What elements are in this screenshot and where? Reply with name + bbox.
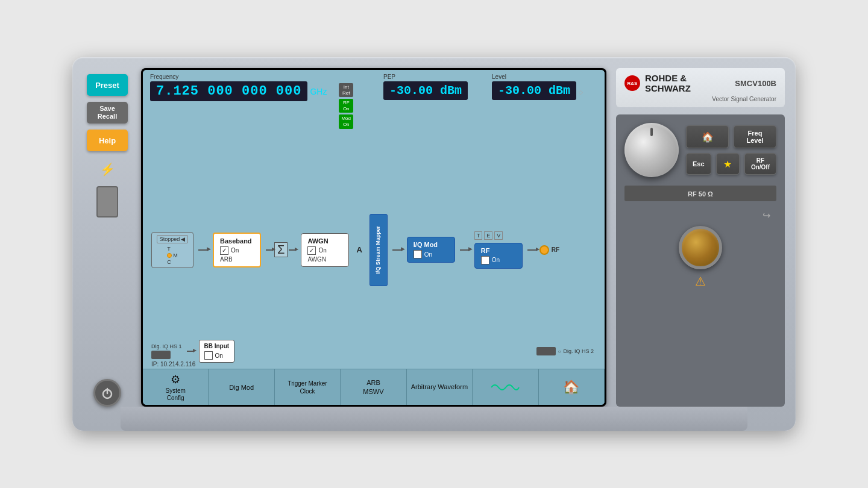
- int-ref-badge: IntRef: [339, 83, 353, 97]
- rf-on-off-button[interactable]: RFOn/Off: [744, 153, 776, 175]
- wave-svg: [490, 380, 520, 395]
- bb-input-block[interactable]: BB Input On: [199, 340, 235, 363]
- t-label: T: [474, 231, 483, 240]
- tmc-m-row: M: [167, 252, 178, 258]
- device-type: Vector Signal Generator: [624, 96, 776, 102]
- warning-icon: ⚠: [695, 274, 706, 289]
- bottom-flow: Dig. IQ HS 1 ▶ BB Input On: [151, 340, 234, 363]
- menu-trigger-marker-clock[interactable]: Trigger MarkerClock: [275, 369, 341, 405]
- stream-mapper-label: I/Q Stream Mapper: [375, 226, 382, 274]
- v-label: V: [494, 231, 503, 240]
- model-name: SMCV100B: [735, 79, 776, 88]
- baseband-on-row: ✓ On: [220, 246, 239, 255]
- knob-row: 🏠 FreqLevel Esc ★ RFOn/Off: [624, 123, 776, 177]
- arrow-3: ▶: [289, 249, 296, 251]
- dig-iq-hs1-label: Dig. IQ HS 1: [151, 343, 182, 349]
- rf-connector-section: ↪ ⚠: [624, 210, 776, 289]
- baseband-block[interactable]: Baseband ✓ On ARB: [213, 233, 261, 267]
- star-button[interactable]: ★: [716, 153, 740, 175]
- baseband-arb: ARB: [220, 256, 233, 263]
- dig-iq-hs2-text: Dig. IQ HS 2: [563, 348, 594, 354]
- rf-label-bar: RF 50 Ω: [624, 186, 776, 201]
- iq-mod-group: I/Q Mod ✓ On: [407, 237, 455, 263]
- sum-symbol: Σ: [274, 242, 288, 257]
- stopped-label: Stopped ◀: [157, 235, 189, 243]
- power-button[interactable]: [93, 379, 121, 407]
- main-knob[interactable]: [624, 123, 679, 177]
- frequency-unit: GHz: [310, 87, 327, 96]
- rf-on-row: ✓ On: [481, 256, 500, 264]
- status-bar: Frequency 7.125 000 000 000 GHz IntRef R…: [143, 70, 605, 131]
- brand-header: R&S ROHDE & SCHWARZ SMCV100B Vector Sign…: [616, 68, 785, 107]
- dig-iq-hs2-icon: [536, 347, 556, 355]
- menu-dig-mod[interactable]: Dig Mod: [209, 369, 274, 405]
- left-panel: Preset SaveRecall Help ⚡: [83, 68, 131, 407]
- bb-input-title: BB Input: [204, 343, 230, 349]
- arrow-4: ▶: [392, 249, 402, 251]
- system-config-icon-group: ⚙ SystemConfig: [166, 373, 186, 402]
- level-value[interactable]: -30.00 dBm: [492, 81, 576, 100]
- bb-input-checkbox[interactable]: [204, 351, 213, 360]
- frequency-value[interactable]: 7.125 000 000 000: [150, 81, 307, 101]
- screen: Frequency 7.125 000 000 000 GHz IntRef R…: [143, 70, 605, 405]
- home-button[interactable]: 🏠: [686, 125, 729, 148]
- stream-mapper[interactable]: I/Q Stream Mapper: [370, 214, 388, 286]
- arbitrary-waveform-label: Arbitrary Waveform: [411, 383, 468, 391]
- preset-button[interactable]: Preset: [87, 74, 128, 96]
- brand-name: ROHDE & SCHWARZ: [645, 73, 730, 93]
- rf-checkbox[interactable]: ✓: [481, 256, 489, 264]
- level-section: Level -30.00 dBm ◇: [492, 74, 583, 100]
- gear-icon: ⚙: [171, 373, 180, 386]
- level-label: Level: [492, 74, 583, 80]
- rf-signal-row: ↪: [624, 210, 776, 221]
- usb-icon: ⚡: [99, 162, 116, 179]
- arrow-6: ▶: [527, 249, 537, 251]
- top-buttons: 🏠 FreqLevel: [686, 125, 776, 148]
- rf-50-label: RF 50 Ω: [688, 190, 713, 198]
- level-diamond: ◇: [579, 89, 583, 95]
- rf-title: RF: [481, 247, 490, 254]
- sigma-group: ▶ Σ ▶: [266, 242, 296, 257]
- pep-section: PEP -30.00 dBm: [383, 74, 468, 100]
- iq-mod-block[interactable]: I/Q Mod ✓ On: [407, 237, 455, 263]
- awgn-block[interactable]: AWGN ✓ On AWGN: [301, 233, 349, 267]
- menu-wave-icon[interactable]: [473, 369, 538, 405]
- frequency-section: Frequency 7.125 000 000 000 GHz: [150, 74, 327, 101]
- menu-home[interactable]: 🏠: [539, 369, 605, 405]
- awgn-title: AWGN: [307, 237, 328, 245]
- arrow-5: ▶: [460, 249, 470, 251]
- menu-arb-mswv[interactable]: ARBMSWV: [341, 369, 406, 405]
- pep-value[interactable]: -30.00 dBm: [383, 81, 468, 100]
- pep-label: PEP: [383, 74, 468, 80]
- e-label: E: [484, 231, 492, 240]
- usb-port[interactable]: [96, 186, 118, 217]
- arrow-2: ▶: [266, 249, 273, 251]
- save-recall-button[interactable]: SaveRecall: [87, 102, 128, 124]
- home-menu-icon: 🏠: [563, 380, 579, 395]
- signal-flow: Stopped ◀ T M C ▶: [143, 131, 605, 369]
- rf-output-label: RF: [552, 246, 559, 253]
- bb-input-on-row: On: [204, 351, 230, 360]
- right-button-group: 🏠 FreqLevel Esc ★ RFOn/Off: [686, 125, 776, 175]
- awgn-checkbox[interactable]: ✓: [307, 246, 316, 255]
- freq-level-button[interactable]: FreqLevel: [734, 125, 776, 148]
- menu-arbitrary-waveform[interactable]: Arbitrary Waveform: [407, 369, 473, 405]
- menu-system-config[interactable]: ⚙ SystemConfig: [143, 369, 209, 405]
- esc-button[interactable]: Esc: [686, 153, 711, 175]
- iq-mod-checkbox[interactable]: ✓: [414, 250, 422, 258]
- mod-on-badge: ModOn: [339, 114, 353, 128]
- frequency-label: Frequency: [150, 74, 327, 80]
- rf-block[interactable]: RF ✓ On: [474, 243, 523, 269]
- controls-area: 🏠 FreqLevel Esc ★ RFOn/Off RF 50 Ω ↪: [616, 114, 785, 407]
- awgn-on-row: ✓ On: [307, 246, 326, 255]
- awgn-label: AWGN: [307, 256, 326, 263]
- rf-port-connector[interactable]: [679, 226, 722, 269]
- dig-iq-hs2-group: ○ Dig. IQ HS 2: [536, 347, 594, 355]
- rf-group: T E V RF ✓ On: [474, 231, 523, 269]
- stopped-box[interactable]: Stopped ◀ T M C: [151, 232, 193, 268]
- rf-output: ▶ RF: [527, 245, 559, 255]
- bottom-buttons: Esc ★ RFOn/Off: [686, 153, 776, 175]
- baseband-checkbox[interactable]: ✓: [220, 246, 228, 255]
- iq-mod-on-row: ✓ On: [414, 250, 432, 258]
- help-button[interactable]: Help: [87, 130, 128, 151]
